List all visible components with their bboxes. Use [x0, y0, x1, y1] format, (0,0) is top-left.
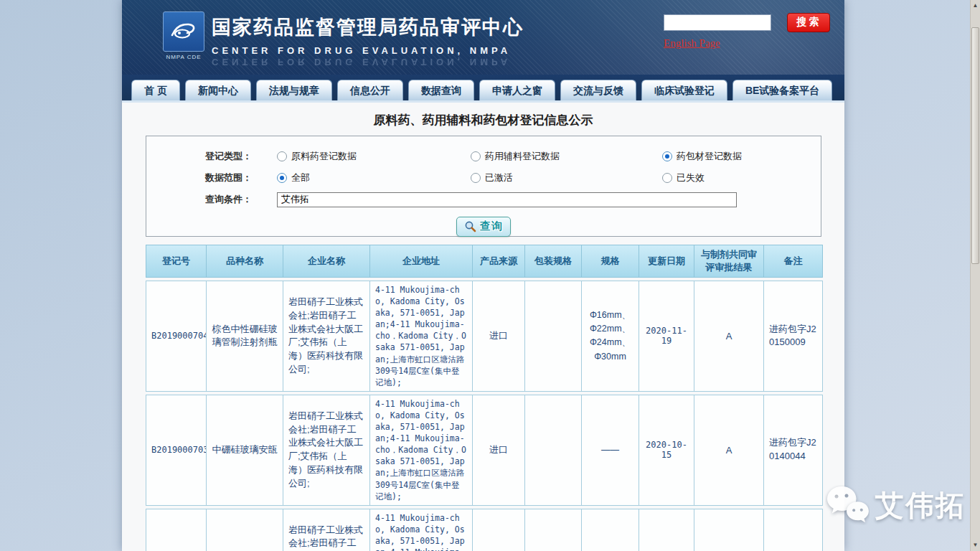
radio-row-0: 登记类型：原料药登记数据药用辅料登记数据药包材登记数据 [146, 146, 821, 167]
cell-pack_spec [524, 281, 581, 392]
column-header: 品种名称 [206, 245, 283, 278]
page-title: 原料药、药用辅料和药包材登记信息公示 [122, 112, 844, 128]
cell-source: 进口 [472, 395, 524, 506]
nav-tabs: 首 页新闻中心法规与规章信息公开数据查询申请人之窗交流与反馈临床试验登记BE试验… [122, 75, 844, 100]
table-row: B20190007031棕色中性硼硅玻璃安瓿岩田硝子工业株式会社;岩田硝子工业株… [146, 509, 823, 551]
site-search-button[interactable]: 搜索 [787, 13, 830, 32]
cell-product_name: 中硼硅玻璃安瓿 [206, 395, 283, 506]
page-column: NMPA CDE 国家药品监督管理局药品审评中心 CENTER FOR DRUG… [122, 0, 844, 551]
column-header: 与制剂共同审评审批结果 [694, 245, 763, 278]
cell-product_name: 棕色中性硼硅玻璃安瓿 [206, 509, 283, 551]
results-table: 登记号品种名称企业名称企业地址产品来源包装规格规格更新日期与制剂共同审评审批结果… [146, 242, 823, 551]
radio-option-label: 药用辅料登记数据 [485, 150, 560, 163]
cell-update_date: 2020-11-19 [639, 509, 694, 551]
nav-tab-8[interactable]: BE试验备案平台 [732, 80, 832, 100]
radio-unselected-icon[interactable] [471, 151, 481, 161]
query-condition-label: 查询条件： [205, 193, 277, 206]
watermark-text: 艾伟拓 [875, 486, 966, 525]
cell-spec: —— [581, 395, 639, 506]
cell-product_name: 棕色中性硼硅玻璃管制注射剂瓶 [206, 281, 283, 392]
cell-spec: 1ml-25ml [581, 509, 639, 551]
radio-row-label: 数据范围： [205, 171, 277, 184]
results-table-wrap: 登记号品种名称企业名称企业地址产品来源包装规格规格更新日期与制剂共同审评审批结果… [146, 242, 823, 551]
radio-unselected-icon[interactable] [277, 151, 287, 161]
radio-selected-icon[interactable] [277, 173, 287, 183]
radio-option[interactable]: 已失效 [662, 171, 705, 184]
page-background: NMPA CDE 国家药品监督管理局药品审评中心 CENTER FOR DRUG… [0, 0, 980, 551]
cell-remark: 进药包字J20140044 [763, 395, 823, 506]
table-header-row: 登记号品种名称企业名称企业地址产品来源包装规格规格更新日期与制剂共同审评审批结果… [146, 245, 823, 278]
cell-remark: 进药包字J20150009 [763, 281, 823, 392]
radio-option-label: 全部 [291, 171, 310, 184]
site-subtitle: CENTER FOR DRUG EVALUATION, NMPA [212, 45, 524, 56]
scroll-up-arrow-icon[interactable]: ▲ [971, 0, 980, 11]
nav-tab-7[interactable]: 临床试验登记 [641, 80, 727, 100]
vertical-scrollbar[interactable]: ▲ ▼ [970, 0, 980, 551]
table-row: B20190007037中硼硅玻璃安瓿岩田硝子工业株式会社;岩田硝子工业株式会社… [146, 395, 823, 506]
radio-selected-icon[interactable] [662, 151, 672, 161]
radio-option-label: 药包材登记数据 [677, 150, 742, 163]
radio-option[interactable]: 原料药登记数据 [277, 150, 471, 163]
nav-tab-0[interactable]: 首 页 [131, 80, 180, 100]
site-titles: 国家药品监督管理局药品审评中心 CENTER FOR DRUG EVALUATI… [212, 14, 524, 67]
radio-option-label: 原料药登记数据 [291, 150, 357, 163]
column-header: 规格 [581, 245, 639, 278]
column-header: 备注 [763, 245, 823, 278]
cell-reg_no: B20190007048 [146, 281, 206, 392]
site-search-input[interactable] [664, 14, 771, 31]
radio-option[interactable]: 药包材登记数据 [662, 150, 742, 163]
column-header: 企业地址 [369, 245, 472, 278]
column-header: 企业名称 [283, 245, 369, 278]
site-subtitle-reflection: CENTER FOR DRUG EVALUATION, NMPA [212, 57, 524, 67]
radio-unselected-icon[interactable] [662, 173, 672, 183]
column-header: 登记号 [146, 245, 206, 278]
query-condition-input[interactable] [277, 192, 737, 207]
cell-reg_no: B20190007031 [146, 509, 206, 551]
cell-spec: Φ16mm、 Φ22mm、 Φ24mm、 Φ30mm [581, 281, 639, 392]
column-header: 更新日期 [639, 245, 694, 278]
cell-remark: 进药包字J20140039 [763, 509, 823, 551]
wechat-watermark: 艾伟拓 [825, 485, 966, 525]
cell-company: 岩田硝子工业株式会社;岩田硝子工业株式会社大阪工厂;艾伟拓（上海）医药科技有限公… [283, 509, 369, 551]
radio-option-label: 已激活 [485, 171, 513, 184]
nav-tab-2[interactable]: 法规与规章 [256, 80, 332, 100]
column-header: 包装规格 [524, 245, 581, 278]
query-button[interactable]: 查询 [456, 217, 511, 237]
cell-company: 岩田硝子工业株式会社;岩田硝子工业株式会社大阪工厂;艾伟拓（上海）医药科技有限公… [283, 395, 369, 506]
cell-company: 岩田硝子工业株式会社;岩田硝子工业株式会社大阪工厂;艾伟拓（上海）医药科技有限公… [283, 281, 369, 392]
site-logo[interactable]: NMPA CDE [161, 11, 206, 66]
cell-address: 4-11 Mukoujima-cho, Kadoma City, Osaka, … [369, 395, 472, 506]
header-search-area: 搜索 English Page [664, 13, 836, 50]
radio-row-label: 登记类型： [205, 150, 277, 163]
cell-reg_no: B20190007037 [146, 395, 206, 506]
nav-tab-5[interactable]: 申请人之窗 [479, 80, 555, 100]
scroll-down-arrow-icon[interactable]: ▼ [971, 540, 980, 551]
radio-option[interactable]: 全部 [277, 171, 471, 184]
query-condition-row: 查询条件： [146, 189, 821, 210]
swirl-logo-glyph [169, 18, 199, 45]
site-header: NMPA CDE 国家药品监督管理局药品审评中心 CENTER FOR DRUG… [122, 0, 844, 75]
table-row: B20190007048棕色中性硼硅玻璃管制注射剂瓶岩田硝子工业株式会社;岩田硝… [146, 281, 823, 392]
main-content: 原料药、药用辅料和药包材登记信息公示 登记类型：原料药登记数据药用辅料登记数据药… [122, 100, 844, 551]
nav-tab-6[interactable]: 交流与反馈 [560, 80, 636, 100]
scrollbar-thumb[interactable] [971, 27, 979, 264]
cell-source: 进口 [472, 281, 524, 392]
cell-review_result: A [694, 395, 763, 506]
radio-option[interactable]: 药用辅料登记数据 [471, 150, 662, 163]
cell-pack_spec [524, 395, 581, 506]
cell-pack_spec [524, 509, 581, 551]
radio-option-label: 已失效 [677, 171, 705, 184]
cell-update_date: 2020-10-15 [639, 395, 694, 506]
nav-tab-1[interactable]: 新闻中心 [185, 80, 251, 100]
nav-tab-4[interactable]: 数据查询 [408, 80, 474, 100]
query-button-row: 查询 [146, 217, 821, 237]
cell-address: 4-11 Mukoujima-cho, Kadoma City, Osaka, … [369, 281, 472, 392]
radio-option[interactable]: 已激活 [471, 171, 662, 184]
radio-rows: 登记类型：原料药登记数据药用辅料登记数据药包材登记数据数据范围：全部已激活已失效 [146, 146, 821, 189]
nav-tab-3[interactable]: 信息公开 [337, 80, 403, 100]
english-page-link[interactable]: English Page [664, 37, 720, 50]
query-form: 登记类型：原料药登记数据药用辅料登记数据药包材登记数据数据范围：全部已激活已失效… [146, 136, 821, 237]
query-button-label: 查询 [480, 220, 503, 233]
radio-unselected-icon[interactable] [471, 173, 481, 183]
cell-review_result: A [694, 281, 763, 392]
